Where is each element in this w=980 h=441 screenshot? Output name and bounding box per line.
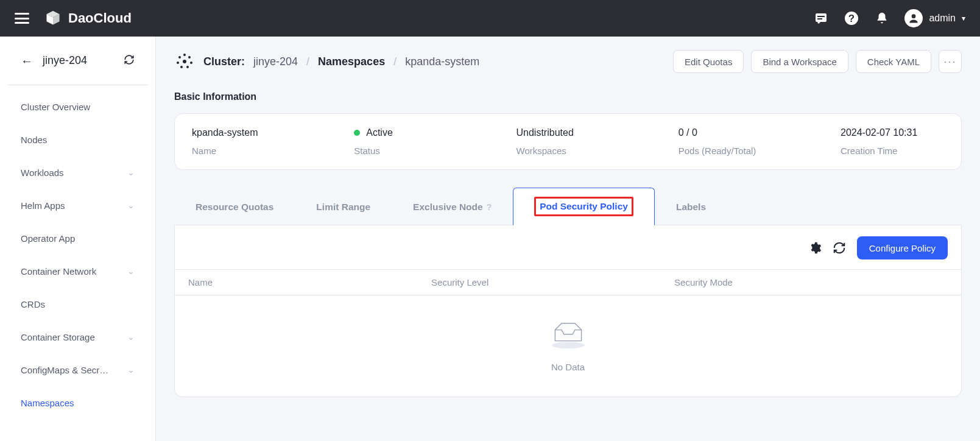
svg-text:?: ?: [848, 13, 855, 24]
svg-rect-1: [817, 16, 825, 17]
svg-point-12: [186, 66, 189, 68]
info-pods-label: Pods (Ready/Total): [679, 146, 782, 156]
breadcrumb-separator: /: [393, 55, 397, 68]
svg-point-7: [178, 56, 181, 58]
menu-toggle-icon[interactable]: [15, 13, 29, 24]
chevron-down-icon: ⌄: [127, 168, 135, 177]
breadcrumb-cluster[interactable]: jinye-204: [253, 55, 298, 68]
settings-gear-icon[interactable]: [808, 241, 822, 255]
brand-text: DaoCloud: [68, 10, 132, 26]
info-col-time: 2024-02-07 10:31 Creation Time: [841, 127, 944, 156]
topbar-left: DaoCloud: [15, 9, 132, 27]
notifications-icon[interactable]: [874, 10, 890, 26]
cluster-cell-icon: [174, 51, 195, 72]
tab-labels[interactable]: Labels: [655, 188, 727, 225]
svg-point-14: [552, 342, 585, 348]
sidebar-item-crds[interactable]: CRDs: [0, 288, 155, 320]
tabs: Resource Quotas Limit Range Exclusive No…: [174, 187, 962, 225]
svg-point-11: [180, 66, 183, 68]
user-name: admin: [929, 13, 956, 24]
refresh-icon[interactable]: [833, 241, 846, 255]
svg-point-10: [190, 62, 192, 64]
column-name: Name: [188, 277, 431, 288]
bind-workspace-button[interactable]: Bind a Workspace: [751, 50, 848, 73]
psp-panel: Configure Policy Name Security Level Sec…: [174, 225, 962, 397]
empty-box-icon: [546, 316, 590, 350]
sidebar: ← jinye-204 Cluster Overview Nodes Workl…: [0, 37, 156, 441]
page-header: Cluster: jinye-204 / Namespaces / kpanda…: [174, 50, 962, 73]
breadcrumb-prefix: Cluster:: [203, 55, 245, 68]
info-pods-value: 0 / 0: [679, 127, 782, 138]
info-name-value: kpanda-system: [192, 127, 295, 138]
sidebar-item-namespaces[interactable]: Namespaces: [0, 386, 155, 419]
breadcrumb: Cluster: jinye-204 / Namespaces / kpanda…: [174, 51, 479, 72]
svg-rect-2: [817, 18, 822, 19]
info-time-value: 2024-02-07 10:31: [841, 127, 944, 138]
chevron-down-icon: ⌄: [127, 332, 135, 342]
tab-resource-quotas[interactable]: Resource Quotas: [174, 188, 295, 225]
empty-state: No Data: [175, 295, 961, 378]
table-header: Name Security Level Security Mode: [175, 269, 961, 295]
sidebar-item-operator-app[interactable]: Operator App: [0, 222, 155, 255]
basic-info-title: Basic Information: [174, 91, 962, 102]
more-actions-button[interactable]: ···: [939, 50, 962, 73]
brand-logo[interactable]: DaoCloud: [44, 9, 132, 27]
sidebar-header: ← jinye-204: [7, 37, 148, 85]
status-dot-icon: [354, 130, 360, 136]
configure-policy-button[interactable]: Configure Policy: [857, 236, 948, 259]
check-yaml-button[interactable]: Check YAML: [856, 50, 931, 73]
info-col-pods: 0 / 0 Pods (Ready/Total): [679, 127, 782, 156]
svg-point-5: [912, 14, 916, 18]
sidebar-item-configmaps-secrets[interactable]: ConfigMaps & Secr…⌄: [0, 353, 155, 386]
user-menu[interactable]: admin ▾: [904, 9, 965, 27]
svg-rect-0: [816, 13, 827, 22]
main-content: Cluster: jinye-204 / Namespaces / kpanda…: [156, 37, 980, 441]
breadcrumb-section[interactable]: Namespaces: [318, 55, 385, 68]
sidebar-item-container-storage[interactable]: Container Storage⌄: [0, 320, 155, 353]
info-col-name: kpanda-system Name: [192, 127, 295, 156]
breadcrumb-separator: /: [306, 55, 309, 68]
sidebar-item-container-network[interactable]: Container Network⌄: [0, 255, 155, 288]
column-security-mode: Security Mode: [674, 277, 948, 288]
sidebar-item-cluster-overview[interactable]: Cluster Overview: [0, 90, 155, 123]
info-time-label: Creation Time: [841, 146, 944, 156]
topbar: DaoCloud ? admin ▾: [0, 0, 980, 37]
svg-point-6: [183, 60, 186, 63]
info-name-label: Name: [192, 146, 295, 156]
chevron-down-icon: ⌄: [127, 200, 135, 210]
chevron-down-icon: ⌄: [127, 266, 135, 276]
sidebar-item-helm-apps[interactable]: Helm Apps⌄: [0, 189, 155, 222]
breadcrumb-item: kpanda-system: [405, 55, 479, 68]
help-hint-icon[interactable]: ?: [487, 202, 492, 212]
back-arrow-icon[interactable]: ←: [21, 55, 33, 67]
info-status-label: Status: [354, 146, 457, 156]
info-col-workspaces: Undistributed Workspaces: [516, 127, 620, 156]
info-workspaces-value: Undistributed: [516, 127, 620, 138]
svg-point-13: [183, 54, 186, 56]
info-status-value: Active: [354, 127, 457, 138]
help-icon[interactable]: ?: [844, 10, 859, 26]
tab-exclusive-node[interactable]: Exclusive Node?: [392, 188, 513, 225]
topbar-right: ? admin ▾: [813, 9, 965, 27]
sync-icon[interactable]: [124, 54, 135, 68]
column-security-level: Security Level: [431, 277, 674, 288]
logo-cube-icon: [44, 9, 62, 27]
svg-point-8: [188, 56, 191, 58]
sidebar-title: jinye-204: [43, 54, 87, 67]
tab-limit-range[interactable]: Limit Range: [295, 188, 392, 225]
svg-point-9: [177, 62, 179, 64]
info-card: kpanda-system Name Active Status Undistr…: [174, 113, 962, 170]
header-actions: Edit Quotas Bind a Workspace Check YAML …: [673, 50, 962, 73]
empty-text: No Data: [175, 362, 961, 372]
avatar-icon: [904, 9, 923, 27]
chevron-down-icon: ⌄: [127, 365, 135, 375]
sidebar-item-nodes[interactable]: Nodes: [0, 123, 155, 156]
edit-quotas-button[interactable]: Edit Quotas: [673, 50, 744, 73]
info-workspaces-label: Workspaces: [516, 146, 620, 156]
messages-icon[interactable]: [813, 10, 829, 26]
sidebar-item-workloads[interactable]: Workloads⌄: [0, 156, 155, 189]
info-col-status: Active Status: [354, 127, 457, 156]
panel-toolbar: Configure Policy: [175, 236, 961, 269]
sidebar-nav: Cluster Overview Nodes Workloads⌄ Helm A…: [0, 85, 155, 441]
tab-pod-security-policy[interactable]: Pod Security Policy: [513, 188, 655, 225]
